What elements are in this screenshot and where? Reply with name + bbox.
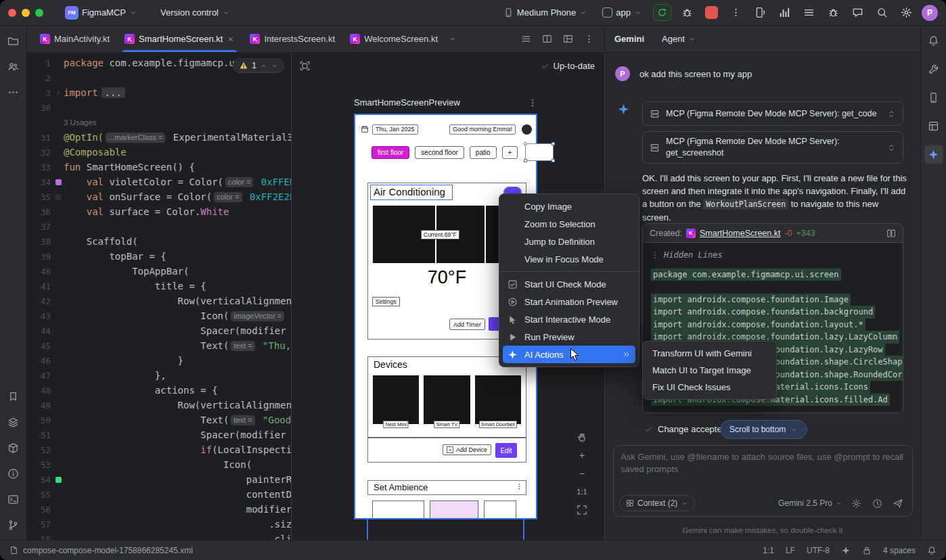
tool-call-get-code[interactable]: MCP (Figma Remote Dev Mode MCP Server): … — [642, 101, 903, 126]
device-stream-icon[interactable] — [751, 4, 769, 22]
device-card[interactable]: Nest Mini — [373, 375, 419, 424]
gemini-settings-icon[interactable] — [849, 496, 863, 511]
zoom-level-label[interactable]: 1:1 — [575, 485, 589, 498]
menu-item-zoom-to-selection[interactable]: Zoom to Selection — [503, 215, 635, 233]
gemini-input[interactable] — [621, 451, 905, 490]
ambience-card[interactable] — [484, 500, 516, 519]
editor-more-icon[interactable] — [581, 30, 598, 47]
context-chip[interactable]: Context (2) — [619, 495, 695, 511]
stop-app-button[interactable] — [702, 4, 720, 21]
editor-layout-icon[interactable] — [560, 30, 577, 47]
more-tool-windows-icon[interactable] — [4, 83, 23, 101]
tab-smarthomescreen-kt[interactable]: KSmartHomeScreen.kt — [117, 26, 242, 52]
floor-tab-patio[interactable]: patio — [470, 146, 497, 159]
expand-icon[interactable] — [887, 143, 896, 152]
artboard-icon[interactable] — [300, 61, 310, 71]
notifications-icon[interactable] — [924, 31, 943, 50]
caret-position[interactable]: 1:1 — [763, 546, 774, 555]
devices-card[interactable]: Devices Nest MiniSmart TVSmart Doorbell — [367, 356, 526, 438]
profiler-icon[interactable] — [775, 4, 793, 22]
ambience-card[interactable] — [430, 500, 478, 519]
preview-more-icon[interactable] — [528, 98, 537, 108]
inspections-widget[interactable]: 1 — [233, 58, 284, 73]
submenu-item-match-ui-to-target-image[interactable]: Match UI to Target Image — [646, 362, 773, 379]
menu-item-start-interactive-mode[interactable]: Start Interactive Mode — [503, 310, 635, 328]
menu-item-ai-actions[interactable]: AI Actions — [503, 346, 635, 363]
scroll-to-bottom-button[interactable]: Scroll to bottom — [720, 420, 807, 439]
add-timer-button[interactable]: Add Timer — [449, 319, 485, 330]
pull-requests-icon[interactable] — [4, 57, 23, 76]
edit-devices-button[interactable]: Edit — [495, 443, 517, 458]
submenu-item-transform-ui-with-gemini[interactable]: Transform UI with Gemini — [646, 345, 773, 362]
split-editor-icon[interactable] — [539, 30, 556, 47]
model-selector[interactable]: Gemini 2.5 Pro — [778, 498, 842, 508]
terminal-icon[interactable] — [4, 490, 23, 509]
open-diff-icon[interactable] — [886, 229, 896, 238]
settings-icon[interactable] — [897, 4, 915, 22]
version-control-icon[interactable] — [4, 515, 23, 534]
maximize-window-button[interactable] — [35, 9, 43, 17]
floor-tab-second-floor[interactable]: second floor — [415, 146, 464, 159]
minimize-window-button[interactable] — [22, 9, 30, 17]
tab-gemini[interactable]: Gemini — [614, 34, 644, 44]
build-icon[interactable] — [4, 438, 23, 457]
bookmarks-icon[interactable] — [4, 387, 23, 406]
floor-tab-[interactable]: + — [502, 146, 518, 159]
expand-icon[interactable] — [887, 110, 896, 118]
tab-welcomescreen-kt[interactable]: KWelcomeScreen.kt — [342, 26, 445, 52]
device-card[interactable]: Smart Doorbell — [475, 375, 521, 424]
statusbar-notifications-icon[interactable] — [927, 546, 937, 555]
run-configuration-selector[interactable]: app — [598, 4, 646, 22]
code-editor[interactable]: 1package com.example.figmamcp.ui.screen2… — [27, 53, 291, 540]
line-ending[interactable]: LF — [786, 546, 795, 555]
pan-tool-icon[interactable] — [575, 430, 589, 444]
profile-avatar[interactable]: P — [922, 5, 938, 21]
ai-chat-icon[interactable] — [849, 4, 866, 22]
project-menu[interactable]: FM FigmaMCP — [61, 4, 141, 22]
device-selector[interactable]: Medium Phone — [499, 4, 591, 22]
bug-report-icon[interactable] — [824, 4, 842, 22]
floor-tab-first-floor[interactable]: first floor — [371, 146, 409, 159]
submenu-item-fix-ui-check-issues[interactable]: Fix UI Check Issues — [646, 379, 773, 396]
close-tab-icon[interactable] — [227, 35, 235, 43]
created-file-link[interactable]: SmartHomeScreen.kt — [700, 229, 780, 238]
device-manager-icon[interactable] — [924, 88, 943, 107]
tab-interestsscreen-kt[interactable]: KInterestsScreen.kt — [242, 26, 342, 52]
tab-mainactivity-kt[interactable]: KMainActivity.kt — [32, 26, 117, 52]
menu-item-jump-to-definition[interactable]: Jump to Definition — [503, 233, 635, 250]
send-icon[interactable] — [891, 496, 905, 511]
device-card[interactable]: Smart TV — [424, 375, 470, 424]
debug-button[interactable] — [678, 4, 696, 22]
ambience-card[interactable] — [372, 500, 424, 519]
prev-problem-icon[interactable] — [260, 62, 267, 70]
rerun-app-button[interactable] — [653, 4, 671, 21]
tool-call-get-screenshot[interactable]: MCP (Figma Remote Dev Mode MCP Server): … — [642, 131, 903, 164]
close-window-button[interactable] — [8, 9, 16, 17]
menu-item-run-preview[interactable]: Run Preview — [503, 328, 635, 346]
tab-agent[interactable]: Agent — [662, 34, 696, 44]
gemini-sparkle-icon[interactable] — [924, 145, 943, 164]
layout-inspector-icon[interactable] — [924, 116, 943, 135]
services-icon[interactable] — [4, 413, 23, 431]
ambience-more-icon[interactable] — [516, 483, 523, 490]
open-file-list-icon[interactable] — [518, 30, 535, 47]
problems-icon[interactable] — [4, 464, 23, 483]
add-device-button[interactable]: +Add Device — [443, 444, 491, 455]
titlebar-more-icon[interactable] — [727, 4, 744, 22]
search-icon[interactable] — [873, 4, 891, 22]
menu-item-start-animation-preview[interactable]: Start Animation Preview — [503, 293, 635, 310]
selection-handles-box[interactable] — [525, 143, 554, 161]
statusbar-file[interactable]: compose-compose-model-1758866285245.xml — [9, 546, 193, 555]
ambience-header-card[interactable]: Set Ambience — [367, 480, 526, 495]
menu-item-view-in-focus-mode[interactable]: View in Focus Mode — [503, 250, 635, 268]
zoom-out-button[interactable]: − — [575, 467, 589, 480]
main-menu-icon[interactable] — [800, 4, 817, 22]
menu-item-start-ui-check-mode[interactable]: Start UI Check Mode — [503, 275, 635, 293]
zoom-in-button[interactable]: + — [575, 448, 589, 462]
zoom-fit-icon[interactable] — [575, 503, 589, 517]
ai-status-icon[interactable] — [841, 546, 851, 555]
menu-item-copy-image[interactable]: Copy Image — [503, 197, 635, 215]
hidden-tabs-chevron-icon[interactable] — [445, 34, 459, 43]
vcs-widget[interactable]: Version control — [156, 4, 234, 22]
project-icon[interactable] — [4, 31, 23, 50]
